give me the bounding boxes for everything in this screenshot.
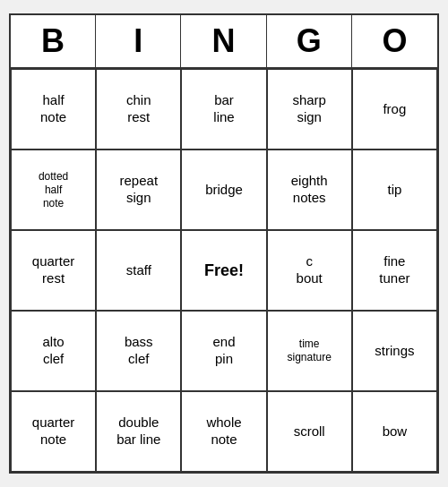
- bingo-cell: staff: [96, 230, 181, 311]
- bingo-cell: quarter rest: [11, 230, 96, 311]
- bingo-cell: tip: [352, 150, 437, 230]
- bingo-cell: fine tuner: [352, 230, 437, 311]
- cell-text: whole note: [206, 414, 241, 449]
- bingo-cell: whole note: [181, 391, 266, 472]
- header-letter: I: [96, 15, 181, 67]
- cell-text: strings: [375, 343, 414, 360]
- bingo-cell: bow: [352, 391, 437, 472]
- bingo-cell: eighth notes: [267, 150, 352, 230]
- cell-text: bar line: [213, 92, 234, 126]
- bingo-cell: half note: [11, 69, 96, 150]
- header-letter: O: [352, 15, 437, 67]
- bingo-header: BINGO: [11, 15, 437, 69]
- cell-text: quarter note: [32, 414, 75, 449]
- bingo-cell: strings: [352, 311, 437, 391]
- bingo-cell: c bout: [267, 230, 352, 311]
- cell-text: bridge: [205, 182, 243, 199]
- cell-text: chin rest: [126, 92, 151, 126]
- cell-text: scroll: [294, 423, 325, 440]
- cell-text: bow: [383, 423, 408, 440]
- bingo-cell: Free!: [181, 230, 266, 311]
- bingo-cell: chin rest: [96, 69, 181, 150]
- bingo-cell: bar line: [181, 69, 266, 150]
- cell-text: frog: [383, 101, 406, 118]
- bingo-cell: end pin: [181, 311, 266, 391]
- cell-text: end pin: [212, 334, 235, 368]
- cell-text: repeat sign: [120, 173, 159, 207]
- bingo-cell: dotted half note: [11, 150, 96, 230]
- cell-text: eighth notes: [291, 173, 328, 207]
- bingo-cell: alto clef: [11, 311, 96, 391]
- bingo-card: BINGO half notechin restbar linesharp si…: [9, 13, 439, 474]
- cell-text: bass clef: [125, 334, 153, 368]
- cell-text: sharp sign: [292, 92, 326, 126]
- header-letter: B: [11, 15, 96, 67]
- header-letter: N: [181, 15, 266, 67]
- cell-text: tip: [387, 182, 401, 199]
- bingo-cell: scroll: [267, 391, 352, 472]
- bingo-cell: frog: [352, 69, 437, 150]
- bingo-cell: repeat sign: [96, 150, 181, 230]
- cell-text: alto clef: [43, 334, 65, 368]
- cell-text: staff: [126, 262, 151, 279]
- cell-text: dotted half note: [39, 170, 68, 210]
- cell-text: Free!: [204, 261, 244, 281]
- header-letter: G: [267, 15, 352, 67]
- bingo-cell: quarter note: [11, 391, 96, 472]
- cell-text: half note: [40, 92, 66, 126]
- cell-text: quarter rest: [32, 253, 75, 287]
- bingo-cell: bridge: [181, 150, 266, 230]
- bingo-cell: double bar line: [96, 391, 181, 472]
- bingo-cell: time signature: [267, 311, 352, 391]
- bingo-cell: bass clef: [96, 311, 181, 391]
- cell-text: fine tuner: [379, 253, 409, 287]
- cell-text: time signature: [288, 337, 332, 364]
- bingo-grid: half notechin restbar linesharp signfrog…: [11, 69, 437, 472]
- bingo-cell: sharp sign: [267, 69, 352, 150]
- cell-text: double bar line: [116, 414, 160, 449]
- cell-text: c bout: [297, 253, 323, 287]
